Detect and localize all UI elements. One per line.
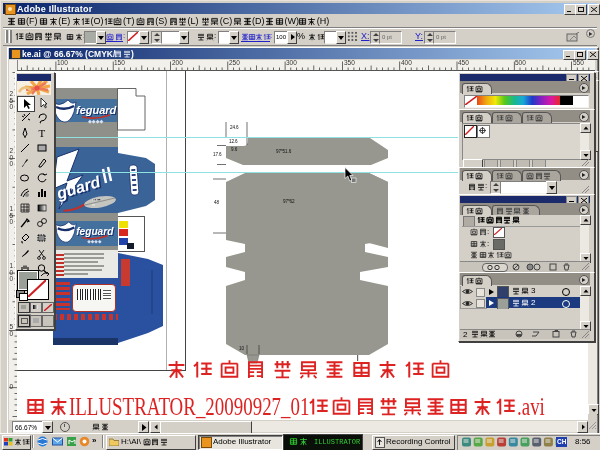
- svg-text:T: T: [39, 127, 46, 139]
